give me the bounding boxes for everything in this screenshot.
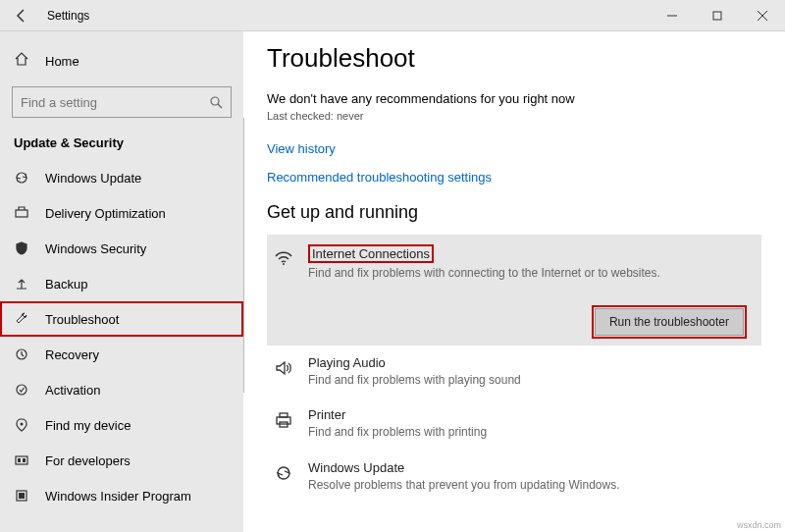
page-title: Troubleshoot (267, 43, 761, 74)
svg-point-9 (21, 423, 24, 426)
content-area: Troubleshoot We don't have any recommend… (243, 31, 785, 532)
troubleshooter-desc: Find and fix problems with playing sound (308, 372, 750, 388)
sidebar-item-label: Activation (45, 383, 100, 398)
developer-icon (14, 452, 29, 468)
sidebar-item-label: Windows Insider Program (45, 489, 191, 504)
sidebar-item-label: Backup (45, 277, 87, 292)
sidebar-item-for-developers[interactable]: For developers (0, 443, 243, 478)
sidebar-item-backup[interactable]: Backup (0, 266, 243, 301)
troubleshooter-title: Windows Update (308, 460, 750, 475)
sidebar: Home Update & Security Windows Update De… (0, 31, 243, 532)
svg-rect-11 (18, 458, 21, 462)
svg-line-5 (218, 104, 222, 108)
view-history-link[interactable]: View history (267, 141, 761, 156)
svg-point-4 (211, 97, 219, 105)
shield-icon (14, 240, 29, 256)
sync-icon (273, 462, 294, 484)
svg-rect-10 (16, 456, 27, 464)
recommendation-text: We don't have any recommendations for yo… (267, 91, 761, 106)
recovery-icon (14, 346, 29, 362)
back-button[interactable] (14, 8, 29, 24)
troubleshooter-internet-connections[interactable]: Internet Connections Find and fix proble… (267, 235, 761, 346)
sidebar-item-activation[interactable]: Activation (0, 372, 243, 407)
last-checked-text: Last checked: never (267, 110, 761, 122)
wifi-icon (273, 246, 294, 268)
home-label: Home (45, 54, 79, 69)
home-nav[interactable]: Home (0, 43, 243, 79)
sidebar-item-label: Windows Security (45, 241, 146, 256)
svg-rect-16 (277, 417, 290, 424)
wrench-icon (14, 311, 29, 327)
search-input[interactable] (21, 95, 209, 110)
svg-rect-17 (280, 413, 288, 417)
home-icon (14, 51, 29, 71)
delivery-icon (14, 205, 29, 221)
sidebar-item-windows-security[interactable]: Windows Security (0, 231, 243, 266)
sidebar-item-label: Find my device (45, 418, 131, 433)
search-icon (209, 95, 223, 109)
sidebar-item-windows-insider[interactable]: Windows Insider Program (0, 478, 243, 513)
activation-icon (14, 382, 29, 398)
sync-icon (14, 170, 29, 186)
location-icon (14, 417, 29, 433)
maximize-button[interactable] (695, 0, 740, 31)
troubleshooter-printer[interactable]: Printer Find and fix problems with print… (267, 398, 761, 450)
sidebar-item-label: Recovery (45, 347, 99, 362)
title-bar: Settings (0, 0, 785, 31)
troubleshooter-desc: Resolve problems that prevent you from u… (308, 477, 750, 493)
category-heading: Update & Security (0, 130, 243, 160)
sidebar-item-label: Windows Update (45, 171, 141, 186)
sidebar-item-windows-update[interactable]: Windows Update (0, 160, 243, 195)
troubleshooter-playing-audio[interactable]: Playing Audio Find and fix problems with… (267, 346, 761, 398)
window-title: Settings (47, 9, 89, 23)
sidebar-item-label: Troubleshoot (45, 312, 119, 327)
svg-rect-14 (19, 493, 25, 499)
watermark: wsxdn.com (737, 520, 781, 530)
troubleshooter-title: Internet Connections (308, 244, 434, 263)
close-button[interactable] (740, 0, 785, 31)
sidebar-item-troubleshoot[interactable]: Troubleshoot (0, 301, 243, 337)
insider-icon (14, 488, 29, 504)
recommended-settings-link[interactable]: Recommended troubleshooting settings (267, 170, 761, 185)
troubleshooter-title: Playing Audio (308, 355, 750, 370)
section-heading: Get up and running (267, 202, 761, 223)
sidebar-item-find-my-device[interactable]: Find my device (0, 407, 243, 443)
sidebar-item-label: For developers (45, 453, 131, 468)
troubleshooter-windows-update[interactable]: Windows Update Resolve problems that pre… (267, 451, 761, 503)
sidebar-item-delivery-optimization[interactable]: Delivery Optimization (0, 195, 243, 231)
backup-icon (14, 276, 29, 292)
svg-point-8 (17, 385, 26, 395)
printer-icon (273, 409, 294, 431)
troubleshooter-desc: Find and fix problems with connecting to… (308, 265, 750, 281)
svg-point-15 (283, 263, 285, 265)
minimize-button[interactable] (650, 0, 695, 31)
search-box[interactable] (12, 86, 232, 118)
sidebar-item-recovery[interactable]: Recovery (0, 337, 243, 372)
troubleshooter-title: Printer (308, 407, 750, 422)
speaker-icon (273, 357, 294, 379)
troubleshooter-desc: Find and fix problems with printing (308, 424, 750, 440)
sidebar-item-label: Delivery Optimization (45, 206, 166, 221)
run-troubleshooter-button[interactable]: Run the troubleshooter (595, 308, 744, 336)
svg-rect-12 (23, 458, 26, 462)
svg-rect-6 (16, 210, 27, 217)
svg-rect-1 (713, 12, 721, 20)
